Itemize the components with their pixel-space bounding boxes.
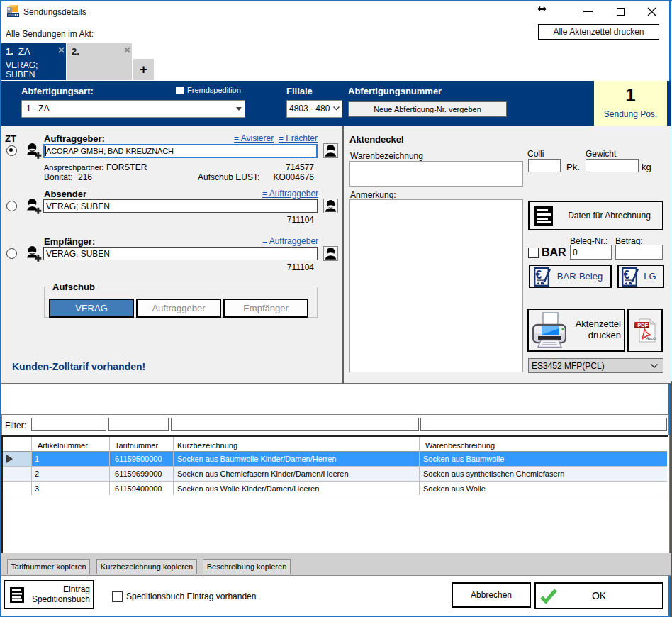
- svg-text:Adobe: Adobe: [646, 335, 656, 340]
- svg-text:€: €: [536, 269, 542, 281]
- svg-text:€: €: [624, 269, 630, 281]
- svg-text:PDF: PDF: [637, 322, 648, 328]
